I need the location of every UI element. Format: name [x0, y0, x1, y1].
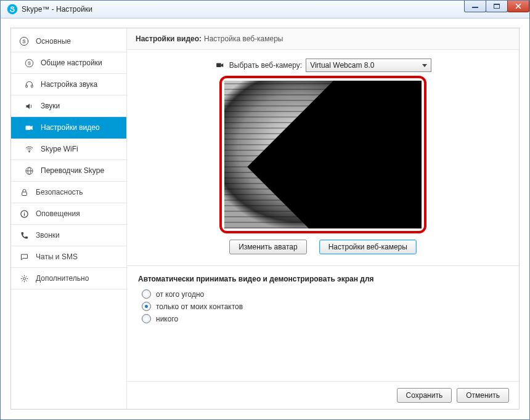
main-header-title: Настройки видео: — [136, 34, 202, 43]
radio-label: только от моих контактов — [156, 302, 243, 311]
sidebar-item-label: Звуки — [41, 102, 60, 110]
sidebar-item-label: Skype WiFi — [41, 145, 78, 153]
titlebar: Skype™ - Настройки — [1, 1, 529, 18]
sidebar-category-label: Чаты и SMS — [36, 252, 78, 261]
sidebar-category-calls[interactable]: Звонки — [11, 225, 126, 246]
webcam-select-value: Virtual Webcam 8.0 — [310, 61, 374, 70]
sidebar-category-advanced[interactable]: Дополнительно — [11, 268, 126, 289]
webcam-select-label: Выбрать веб-камеру: — [229, 61, 302, 70]
footer: Сохранить Отменить — [127, 381, 519, 409]
sidebar-category-label: Безопасность — [36, 188, 83, 196]
sidebar-category-label: Дополнительно — [36, 274, 89, 283]
sidebar-category-notifications[interactable]: Оповещения — [11, 203, 126, 225]
chat-icon — [18, 251, 30, 262]
radio-anyone[interactable]: от кого угодно — [142, 289, 508, 299]
cancel-button[interactable]: Отменить — [457, 388, 509, 403]
info-icon — [18, 208, 30, 219]
main-header: Настройки видео: Настройка веб-камеры — [127, 28, 519, 50]
skype-icon — [18, 36, 30, 47]
webcam-preview-highlight — [219, 76, 426, 233]
sidebar-item-label: Переводчик Skype — [41, 166, 104, 175]
radio-contacts-only[interactable]: только от моих контактов — [142, 302, 508, 311]
svg-rect-7 — [31, 85, 33, 87]
sidebar-item-general-settings[interactable]: Общие настройки — [11, 52, 126, 74]
chevron-down-icon — [422, 64, 427, 67]
camera-icon — [214, 61, 226, 70]
divider — [127, 265, 519, 266]
speaker-icon — [23, 100, 35, 111]
auto-accept-title: Автоматически принимать видео и демонстр… — [138, 275, 508, 283]
skype-icon — [23, 57, 35, 68]
radio-label: от кого угодно — [156, 290, 204, 299]
svg-point-14 — [23, 277, 25, 280]
main-header-subtitle: Настройка веб-камеры — [204, 34, 283, 43]
change-avatar-button[interactable]: Изменить аватар — [229, 240, 307, 254]
phone-icon — [18, 230, 30, 241]
sidebar-item-translator[interactable]: Переводчик Skype — [11, 160, 126, 182]
radio-icon — [142, 314, 151, 323]
sidebar-item-audio-settings[interactable]: Настройка звука — [11, 74, 126, 95]
camera-icon — [23, 122, 35, 133]
svg-point-9 — [28, 151, 30, 152]
sidebar-category-label: Звонки — [36, 231, 60, 240]
webcam-preview — [224, 81, 422, 228]
svg-rect-6 — [25, 85, 27, 87]
svg-rect-15 — [216, 63, 221, 67]
gear-icon — [18, 273, 30, 284]
skype-icon — [7, 4, 18, 15]
minimize-button[interactable] — [464, 1, 486, 12]
svg-rect-3 — [494, 4, 500, 5]
main-panel: Настройки видео: Настройка веб-камеры Вы… — [127, 28, 519, 409]
settings-window: Skype™ - Настройки Основные Общие настро… — [0, 0, 530, 420]
lock-icon — [18, 187, 30, 198]
sidebar-category-security[interactable]: Безопасность — [11, 182, 126, 203]
sidebar-item-sounds[interactable]: Звуки — [11, 95, 126, 117]
sidebar-item-label: Настройка звука — [41, 80, 97, 89]
headset-icon — [23, 79, 35, 90]
radio-icon — [142, 302, 151, 311]
sidebar-item-skype-wifi[interactable]: Skype WiFi — [11, 139, 126, 160]
sidebar-item-label: Настройки видео — [41, 123, 100, 132]
webcam-select[interactable]: Virtual Webcam 8.0 — [306, 59, 431, 72]
sidebar-category-label: Оповещения — [36, 209, 80, 218]
maximize-button[interactable] — [486, 1, 508, 12]
wifi-icon — [23, 143, 35, 155]
svg-rect-1 — [472, 7, 478, 8]
radio-label: никого — [156, 315, 178, 323]
webcam-settings-button[interactable]: Настройки веб-камеры — [319, 240, 417, 254]
globe-icon — [23, 165, 35, 176]
sidebar-category-chats[interactable]: Чаты и SMS — [11, 246, 126, 268]
svg-rect-8 — [25, 126, 30, 129]
save-button[interactable]: Сохранить — [397, 388, 452, 403]
sidebar-item-video-settings[interactable]: Настройки видео — [11, 117, 126, 139]
close-button[interactable] — [507, 1, 529, 12]
radio-nobody[interactable]: никого — [142, 314, 508, 323]
sidebar-category-general[interactable]: Основные — [11, 31, 126, 52]
sidebar-category-label: Основные — [36, 37, 71, 46]
radio-icon — [142, 289, 151, 299]
svg-rect-12 — [22, 192, 26, 195]
window-title: Skype™ - Настройки — [22, 5, 92, 14]
sidebar: Основные Общие настройки Настройка звука… — [11, 28, 127, 409]
sidebar-item-label: Общие настройки — [41, 59, 102, 67]
